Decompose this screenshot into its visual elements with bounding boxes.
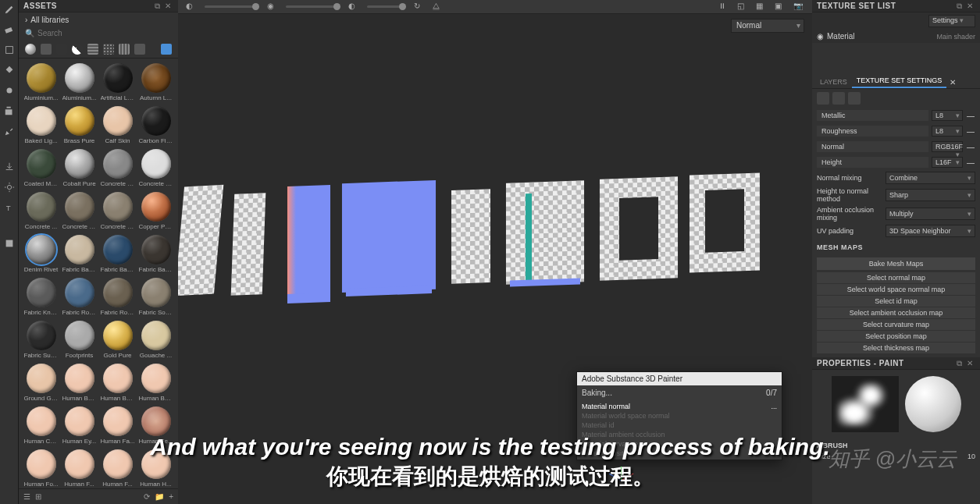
visibility-icon[interactable]: ◉ bbox=[817, 32, 824, 41]
material-item[interactable]: Brass Pure bbox=[62, 106, 97, 144]
filter-env-icon[interactable] bbox=[119, 44, 130, 55]
material-item[interactable]: Artificial Le... bbox=[100, 63, 135, 101]
undock-icon[interactable]: ⧉ bbox=[953, 2, 964, 11]
material-item[interactable]: Fabric Rou... bbox=[62, 278, 97, 316]
library-selector[interactable]: All libraries bbox=[19, 12, 178, 27]
brush-tool-icon[interactable] bbox=[3, 3, 16, 16]
select-map-button[interactable]: Select curvature map bbox=[817, 319, 975, 330]
material-item[interactable]: Aluminium... bbox=[62, 63, 97, 101]
filter-materials-icon[interactable] bbox=[25, 44, 36, 55]
material-item[interactable]: Fabric Bas... bbox=[138, 235, 173, 273]
settings-icon[interactable] bbox=[3, 181, 16, 193]
material-item[interactable]: Calf Skin bbox=[100, 106, 135, 144]
opacity-icon[interactable]: ◐ bbox=[348, 2, 359, 12]
remove-channel-button[interactable]: — bbox=[966, 112, 975, 120]
select-map-button[interactable]: Select world space normal map bbox=[817, 284, 975, 295]
misc-tool-icon[interactable] bbox=[3, 237, 16, 250]
select-map-button[interactable]: Select position map bbox=[817, 331, 975, 342]
setting-dropdown[interactable]: Multiply bbox=[886, 208, 975, 220]
clone-tool-icon[interactable] bbox=[3, 105, 16, 117]
setting-dropdown[interactable]: Sharp bbox=[886, 189, 975, 201]
add-icon[interactable]: + bbox=[169, 492, 173, 501]
material-item[interactable]: Concrete B... bbox=[100, 149, 135, 187]
setting-dropdown[interactable]: 3D Space Neighbor bbox=[886, 225, 975, 237]
flow-slider[interactable] bbox=[286, 5, 340, 8]
material-item[interactable]: Human Ey... bbox=[62, 406, 97, 445]
material-item[interactable]: Gouache ... bbox=[138, 321, 173, 359]
projection-tool-icon[interactable] bbox=[3, 44, 16, 56]
material-item[interactable]: Concrete S... bbox=[100, 192, 135, 230]
bake-mesh-maps-button[interactable]: Bake Mesh Maps bbox=[817, 257, 975, 270]
material-item[interactable]: Human Bu... bbox=[138, 364, 173, 402]
filter-alphas-icon[interactable] bbox=[72, 44, 83, 55]
channel-format-dropdown[interactable]: L8 bbox=[932, 126, 963, 137]
refresh-icon[interactable]: ⟳ bbox=[144, 492, 150, 501]
material-item[interactable]: Fabric Knit... bbox=[23, 278, 59, 316]
material-item[interactable]: Baked Lig... bbox=[23, 106, 59, 144]
material-item[interactable]: Human F... bbox=[62, 449, 97, 488]
filter-textures-icon[interactable] bbox=[56, 44, 67, 55]
close-icon[interactable]: ✕ bbox=[964, 2, 975, 10]
render-mode-dropdown[interactable]: Normal bbox=[731, 19, 804, 33]
material-item[interactable]: Concrete ... bbox=[23, 192, 59, 230]
material-item[interactable]: Aluminium... bbox=[23, 63, 59, 101]
channel-format-dropdown[interactable]: L16F bbox=[932, 157, 963, 168]
material-item[interactable]: Concrete S... bbox=[62, 192, 97, 230]
material-item[interactable]: Footprints bbox=[62, 321, 97, 359]
material-item[interactable]: Copper Pure bbox=[138, 192, 173, 230]
remove-channel-button[interactable]: — bbox=[966, 127, 975, 136]
camera-icon[interactable]: 📷 bbox=[793, 2, 804, 12]
material-item[interactable]: Fabric Bas... bbox=[62, 235, 97, 273]
material-item[interactable]: Human Be... bbox=[100, 364, 135, 402]
material-item[interactable]: Human Ch... bbox=[23, 406, 59, 445]
material-item[interactable]: Gold Pure bbox=[100, 321, 135, 359]
select-map-button[interactable]: Select thickness map bbox=[817, 343, 975, 353]
size-icon[interactable]: ◐ bbox=[186, 2, 197, 12]
eraser-tool-icon[interactable] bbox=[3, 23, 16, 36]
material-item[interactable]: Human Fa... bbox=[100, 406, 135, 445]
material-item[interactable]: Human F... bbox=[100, 449, 135, 488]
mode-icon-2[interactable] bbox=[832, 92, 845, 105]
select-map-button[interactable]: Select id map bbox=[817, 296, 975, 307]
perspective-icon[interactable]: ◱ bbox=[737, 2, 748, 12]
material-item[interactable]: Ground Gr... bbox=[23, 364, 59, 402]
fill-tool-icon[interactable] bbox=[3, 64, 16, 76]
pause-icon[interactable]: ⏸ bbox=[718, 2, 729, 12]
material-row[interactable]: ◉ Material Main shader bbox=[812, 30, 980, 43]
material-item[interactable]: Coated Me... bbox=[23, 149, 59, 187]
material-item[interactable]: Autumn L... bbox=[138, 63, 173, 101]
flow-icon[interactable]: ◉ bbox=[267, 2, 278, 12]
channel-format-dropdown[interactable]: RGB16F bbox=[932, 141, 963, 152]
material-item[interactable]: Human Ba... bbox=[62, 364, 97, 402]
filter-more-icon[interactable] bbox=[134, 44, 145, 55]
close-tab-icon[interactable]: ✕ bbox=[946, 76, 959, 88]
symmetry-icon[interactable]: ⧋ bbox=[433, 2, 444, 12]
tab-texture-set-settings[interactable]: TEXTURE SET SETTINGS bbox=[852, 74, 946, 88]
list-view-icon[interactable]: ☰ bbox=[23, 492, 30, 501]
material-item[interactable]: Cobalt Pure bbox=[62, 149, 97, 187]
picker-tool-icon[interactable] bbox=[3, 125, 16, 137]
opacity-slider[interactable] bbox=[367, 5, 406, 8]
settings-dropdown[interactable]: Settings bbox=[928, 15, 975, 27]
smudge-tool-icon[interactable] bbox=[3, 84, 16, 97]
material-item[interactable]: Fabric Suit... bbox=[23, 321, 59, 359]
remove-channel-button[interactable]: — bbox=[966, 158, 975, 167]
remove-channel-button[interactable]: — bbox=[966, 143, 975, 151]
filter-smart-icon[interactable] bbox=[41, 44, 52, 55]
tree-view-icon[interactable]: ⊞ bbox=[35, 492, 41, 501]
material-item[interactable]: Fabric Rou... bbox=[100, 278, 135, 316]
view-2d-icon[interactable]: ▦ bbox=[756, 2, 767, 12]
export-icon[interactable] bbox=[3, 161, 16, 173]
channel-format-dropdown[interactable]: L8 bbox=[932, 110, 963, 121]
close-icon[interactable]: ✕ bbox=[162, 2, 173, 10]
rotation-icon[interactable]: ↻ bbox=[414, 2, 425, 12]
font-icon[interactable]: T bbox=[3, 201, 16, 214]
search-input[interactable] bbox=[37, 29, 172, 37]
view-grid-icon[interactable] bbox=[161, 44, 172, 55]
tab-layers[interactable]: LAYERS bbox=[815, 76, 852, 88]
filter-particles-icon[interactable] bbox=[103, 44, 114, 55]
material-item[interactable]: Carbon Fiber bbox=[138, 106, 173, 144]
material-item[interactable]: Denim Rivet bbox=[23, 235, 59, 273]
setting-dropdown[interactable]: Combine bbox=[886, 172, 975, 184]
size-slider[interactable] bbox=[205, 5, 259, 8]
